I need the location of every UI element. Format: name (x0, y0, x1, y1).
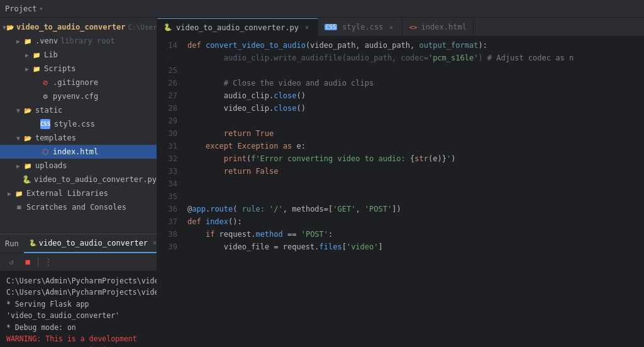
tree-label-indexhtml: index.html (53, 147, 98, 156)
tree-item-scratches[interactable]: ≡ Scratches and Consoles (0, 200, 157, 214)
git-icon-gitignore: ⊘ (40, 77, 50, 88)
tree-label-venv: .venv (35, 37, 58, 45)
arrow-venv: ▶ (14, 38, 23, 45)
cfg-icon-pyvenv: ⚙ (40, 91, 50, 101)
py-icon-mainpy: 🐍 (22, 174, 31, 185)
tree-item-mainpy[interactable]: 🐍 video_to_audio_converter.py (0, 173, 157, 186)
arrow-templates: ▼ (14, 135, 23, 142)
tree-label-stylecss: style.css (54, 120, 95, 128)
editor-tab-indexhtml[interactable]: <> index.html (402, 18, 474, 36)
arrow-extlibs: ▶ (5, 190, 14, 197)
code-lines[interactable]: def convert_video_to_audio(video_path, a… (182, 37, 644, 347)
folder-icon-extlibs: 📁 (14, 188, 24, 198)
tree-item-lib[interactable]: ▶ 📁 Lib (0, 48, 157, 62)
arrow-scripts: ▶ (23, 65, 31, 72)
editor-tab-mainpy[interactable]: 🐍 video_to_audio_converter.py × (157, 18, 318, 36)
tab-indexhtml-label: index.html (421, 23, 467, 31)
toolbar-separator (38, 257, 38, 267)
project-label: Project (5, 4, 37, 13)
tree-label-scripts: Scripts (44, 64, 76, 73)
folder-icon-static: 📂 (23, 105, 33, 115)
run-line-2: C:\Users\Admin\PycharmProjects\video_to_… (6, 287, 150, 298)
run-tab-main[interactable]: 🐍 video_to_audio_converter × (24, 234, 157, 253)
folder-icon-uploads: 📁 (23, 161, 33, 171)
main-layout: ▼ 📂 video_to_audio_converter C:\Users\Ad… (0, 18, 644, 347)
stop-button[interactable]: ■ (21, 256, 34, 268)
tree-item-indexhtml[interactable]: ⬡ index.html (0, 145, 157, 159)
tree-item-extlibs[interactable]: ▶ 📁 External Libraries (0, 186, 157, 200)
folder-icon-templates: 📂 (23, 133, 33, 143)
tree-suffix-venv: library root (60, 37, 115, 45)
code-editor[interactable]: 14 ... 25 26 27 28 29 30 31 32 33 34 35 … (157, 37, 644, 347)
tree-item-scripts[interactable]: ▶ 📁 Scripts (0, 62, 157, 76)
tree-label-gitignore: .gitignore (53, 78, 98, 87)
folder-icon-root: 📂 (6, 22, 14, 32)
run-tab-label: video_to_audio_converter (39, 239, 148, 247)
run-line-5: WARNING: This is a development server. D… (6, 333, 150, 347)
run-console-output: C:\Users\Admin\PycharmProjects\video_to_… (0, 271, 157, 347)
tab-mainpy-label: video_to_audio_converter.py (176, 23, 299, 32)
tree-item-static[interactable]: ▼ 📂 static (0, 103, 157, 117)
editor-tab-bar: 🐍 video_to_audio_converter.py × CSS styl… (157, 18, 644, 37)
tree-label-scratches: Scratches and Consoles (26, 203, 126, 212)
tab-mainpy-close[interactable]: × (303, 23, 311, 32)
tree-item-venv[interactable]: ▶ 📁 .venv library root (0, 34, 157, 48)
rerun-button[interactable]: ↺ (5, 256, 18, 268)
tab-stylecss-close[interactable]: × (387, 23, 396, 31)
project-menu[interactable]: Project ▾ (5, 4, 43, 13)
line-numbers: 14 ... 25 26 27 28 29 30 31 32 33 34 35 … (157, 37, 182, 347)
file-tree: ▼ 📂 video_to_audio_converter C:\Users\Ad… (0, 18, 157, 234)
scratches-icon: ≡ (14, 202, 24, 212)
run-line-3: * Serving Flask app 'video_to_audio_conv… (6, 299, 150, 322)
tree-label-lib: Lib (44, 50, 58, 59)
tree-item-uploads[interactable]: ▶ 📁 uploads (0, 159, 157, 173)
run-tab-py-icon: 🐍 (29, 239, 36, 246)
html-icon-indexhtml: ⬡ (40, 147, 50, 157)
tab-py-icon: 🐍 (164, 23, 172, 31)
more-button[interactable]: ⋮ (42, 256, 55, 268)
editor-tab-stylecss[interactable]: CSS style.css × (318, 18, 402, 36)
tree-label-mainpy: video_to_audio_converter.py (34, 175, 157, 184)
arrow-lib: ▶ (23, 52, 31, 59)
run-tab-bar: Run 🐍 video_to_audio_converter × (0, 234, 157, 253)
editor-area: 🐍 video_to_audio_converter.py × CSS styl… (157, 18, 644, 347)
tab-html-icon: <> (409, 23, 417, 31)
run-line-4: * Debug mode: on (6, 322, 150, 333)
tree-label-templates: templates (35, 134, 76, 142)
sidebar: ▼ 📂 video_to_audio_converter C:\Users\Ad… (0, 18, 157, 347)
run-tab-close-button[interactable]: × (150, 239, 157, 247)
tree-item-pyvenv[interactable]: ⚙ pyvenv.cfg (0, 89, 157, 103)
tree-label-pyvenv: pyvenv.cfg (53, 92, 98, 101)
tree-item-root[interactable]: ▼ 📂 video_to_audio_converter C:\Users\Ad… (0, 20, 157, 34)
folder-icon-lib: 📁 (31, 50, 42, 60)
tree-label-static: static (35, 106, 62, 115)
run-label: Run (5, 239, 19, 248)
arrow-static: ▼ (14, 107, 23, 114)
tree-label-extlibs: External Libraries (26, 189, 108, 198)
run-line-1: C:\Users\Admin\PycharmProjects\video_to_… (6, 275, 150, 287)
tree-label-root: video_to_audio_converter (16, 23, 125, 31)
run-panel: Run 🐍 video_to_audio_converter × ↺ ■ ⋮ C… (0, 234, 157, 347)
project-chevron[interactable]: ▾ (40, 5, 43, 12)
tree-path-root: C:\Users\Admin\PycharmProjects\vi... (128, 23, 157, 31)
folder-icon-venv: 📁 (23, 36, 33, 46)
run-toolbar: ↺ ■ ⋮ (0, 253, 157, 271)
tree-label-uploads: uploads (35, 161, 67, 170)
tree-item-gitignore[interactable]: ⊘ .gitignore (0, 76, 157, 89)
tree-item-stylecss[interactable]: CSS style.css (0, 117, 157, 131)
title-bar: Project ▾ (0, 0, 644, 18)
tree-item-templates[interactable]: ▼ 📂 templates (0, 131, 157, 145)
tab-css-icon: CSS (325, 24, 337, 30)
tab-stylecss-label: style.css (342, 23, 383, 31)
arrow-uploads: ▶ (14, 162, 23, 169)
folder-icon-scripts: 📁 (31, 64, 42, 74)
css-icon-stylecss: CSS (40, 119, 50, 129)
